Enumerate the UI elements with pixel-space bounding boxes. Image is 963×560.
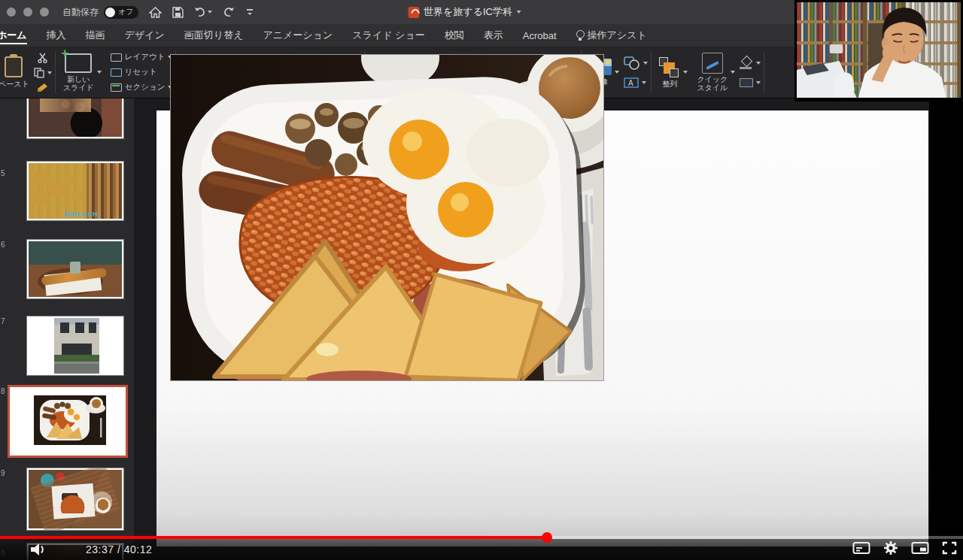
tab-tell-me[interactable]: 操作アシスト (576, 24, 647, 47)
shape-outline-dropdown-icon (756, 81, 761, 84)
autosave-state-label: オフ (118, 7, 133, 17)
document-title-area[interactable]: 世界を旅するIC学科 (408, 0, 521, 24)
tab-review[interactable]: 校閲 (445, 24, 464, 47)
slide-number: 7 (1, 317, 5, 325)
tab-design[interactable]: デザイン (125, 24, 165, 47)
thumbnail-photo-building (29, 318, 122, 374)
new-slide-button[interactable]: 新しいスライド (59, 53, 106, 92)
youtube-video-frame: 自動保存 オフ 世界を旅するIC学科 ホーム 挿入 描画 (0, 0, 963, 560)
slide-number: 9 (1, 469, 5, 477)
svg-text:A: A (628, 79, 633, 87)
text-box-dropdown-icon (642, 81, 646, 84)
slide-thumbnail-6[interactable] (26, 239, 124, 299)
clipboard-group: ペースト (0, 47, 52, 98)
slide-thumbnail-5[interactable]: FISH & CH (26, 161, 124, 221)
format-painter-button[interactable] (34, 83, 52, 92)
tab-label: ホーム (0, 29, 27, 42)
thumbnail-slide-white (13, 390, 123, 453)
toolbar-options-button[interactable] (245, 8, 254, 17)
tab-label: 描画 (86, 29, 105, 42)
arrange-button[interactable]: 整列 (655, 57, 692, 88)
tab-label: Acrobat (523, 30, 557, 41)
text-box-button[interactable]: A (624, 77, 648, 88)
shape-outline-button[interactable] (740, 78, 761, 87)
thumbnail-photo-english-breakfast (34, 395, 106, 445)
copy-dropdown-icon (47, 71, 52, 74)
lightbulb-icon (576, 30, 584, 41)
subtitles-icon (852, 541, 870, 555)
reset-icon (111, 68, 122, 77)
tab-label: アニメーション (263, 29, 333, 42)
arrange-icon (659, 57, 680, 78)
slide-thumbnail-7[interactable] (26, 316, 124, 376)
copy-button[interactable] (34, 68, 52, 78)
tab-label: 校閲 (445, 29, 464, 42)
section-button[interactable]: セクション (111, 82, 173, 92)
window-minimize-button[interactable] (23, 8, 32, 17)
shape-fill-button[interactable] (740, 57, 761, 69)
arrange-group: 整列 クイックスタイル (655, 47, 761, 98)
slide-photo-english-breakfast[interactable] (171, 55, 603, 380)
slide-number: 8 (1, 387, 5, 395)
thumbnail-photo-pub: THE MAYFAIR (29, 98, 122, 137)
powerpoint-app-icon (408, 7, 419, 18)
new-slide-dropdown-icon (97, 71, 102, 74)
thumbnail-photo-breakfast-table (29, 470, 122, 528)
tab-label: 挿入 (47, 29, 66, 42)
quick-styles-icon (702, 53, 723, 74)
thumbnail-overlay-text: FISH & CH (64, 210, 98, 218)
quick-styles-button[interactable]: クイックスタイル (692, 53, 740, 92)
tab-transitions[interactable]: 画面切り替え (184, 24, 244, 47)
miniplayer-button[interactable] (911, 541, 929, 558)
tab-home[interactable]: ホーム (0, 24, 27, 47)
layout-icon (111, 53, 122, 62)
slides-group: 新しいスライド レイアウト リセット セクション (59, 47, 173, 98)
tab-insert[interactable]: 挿入 (47, 24, 66, 47)
redo-icon (223, 7, 235, 17)
settings-button[interactable] (883, 540, 898, 558)
slide-thumbnail-4[interactable]: THE MAYFAIR (26, 98, 124, 139)
tab-acrobat[interactable]: Acrobat (523, 24, 557, 47)
shapes-button[interactable] (624, 56, 648, 70)
window-close-button[interactable] (7, 8, 16, 17)
undo-dropdown-icon (208, 11, 212, 14)
time-display: 23:37 / 40:12 (86, 543, 152, 555)
video-progress-bar[interactable] (0, 536, 963, 539)
section-label: セクション (125, 82, 166, 92)
arrange-dropdown-icon (683, 71, 688, 74)
shape-fill-icon (740, 57, 753, 69)
tab-animations[interactable]: アニメーション (263, 24, 333, 47)
save-icon (172, 7, 184, 18)
gear-icon (883, 540, 898, 555)
paste-button[interactable]: ペースト (0, 56, 34, 88)
toolbar-options-icon (245, 8, 254, 17)
save-button[interactable] (172, 7, 184, 18)
text-box-icon: A (624, 77, 639, 88)
powerpoint-titlebar: 自動保存 オフ 世界を旅するIC学科 (0, 0, 929, 24)
volume-button[interactable] (29, 542, 47, 557)
window-zoom-button[interactable] (40, 8, 49, 17)
tab-label: スライド ショー (352, 29, 424, 42)
redo-button[interactable] (223, 7, 235, 17)
title-dropdown-icon (517, 11, 521, 14)
home-icon (149, 7, 162, 18)
format-painter-icon (37, 83, 48, 92)
autosave-toggle[interactable]: オフ (104, 6, 138, 19)
reset-button[interactable]: リセット (111, 67, 173, 77)
slide-thumbnail-9[interactable] (26, 468, 124, 531)
tab-draw[interactable]: 描画 (86, 24, 105, 47)
picture-dropdown-icon (615, 71, 619, 74)
tab-slideshow[interactable]: スライド ショー (352, 24, 424, 47)
fullscreen-button[interactable] (942, 541, 957, 558)
progress-scrubber-handle[interactable] (542, 532, 552, 543)
home-button[interactable] (149, 7, 162, 18)
tab-view[interactable]: 表示 (484, 24, 503, 47)
layout-button[interactable]: レイアウト (111, 52, 173, 62)
subtitles-button[interactable] (852, 541, 870, 558)
undo-button[interactable] (194, 7, 212, 17)
progress-played (0, 536, 547, 539)
shape-fill-dropdown-icon (756, 62, 761, 65)
new-slide-label: スライド (63, 83, 94, 92)
slide-thumbnail-8-selected[interactable] (8, 385, 128, 458)
cut-button[interactable] (34, 53, 52, 63)
